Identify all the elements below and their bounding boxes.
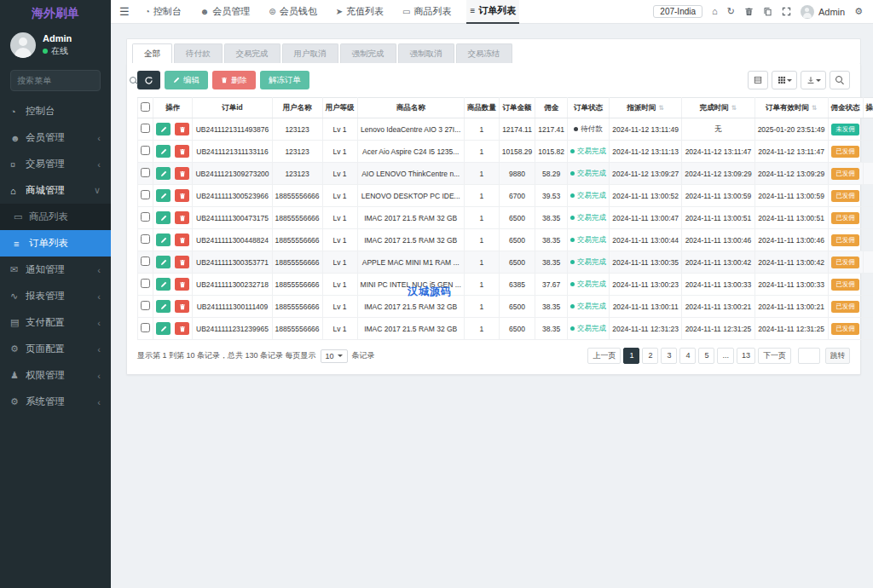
page-button[interactable]: 上一页 [587,348,621,364]
topnav-item-member-wallet[interactable]: ⊜ 会员钱包 [265,0,320,24]
row-edit-button[interactable] [156,145,171,158]
admin-menu[interactable]: Admin [801,5,845,19]
row-delete-button[interactable] [175,189,189,202]
row-delete-button[interactable] [175,256,189,268]
row-delete-button[interactable] [175,211,189,224]
trash-icon[interactable] [744,7,754,16]
card-view-button[interactable] [748,71,768,89]
select-all-checkbox[interactable] [141,102,150,112]
row-edit-button[interactable] [156,322,171,335]
page-button[interactable]: ... [717,348,734,364]
home-icon[interactable]: ⌂ [712,7,718,16]
page-jump-input[interactable] [798,348,820,364]
page-button[interactable]: 4 [679,348,696,364]
page-button[interactable]: 2 [642,348,658,364]
page-button[interactable]: 下一页 [758,348,791,364]
sidebar-item-notice-mgmt[interactable]: ✉ 通知管理 ‹ [0,257,111,283]
page-button[interactable]: 3 [661,348,677,364]
sidebar-item-report-mgmt[interactable]: ∿ 报表管理 ‹ [0,283,111,309]
delete-button[interactable]: 删除 [212,71,256,89]
row-checkbox[interactable] [141,212,150,222]
row-checkbox[interactable] [141,234,150,244]
sidebar-item-dashboard[interactable]: ◔ 控制台 [0,98,111,124]
sort-icon[interactable]: ⇅ [812,104,817,112]
row-checkbox[interactable] [141,257,150,266]
status-tab[interactable]: 强制完成 [340,43,396,63]
status-tab[interactable]: 待付款 [174,43,223,63]
sidebar-search-input[interactable] [17,76,130,85]
row-edit-button[interactable] [156,256,171,268]
row-edit-button[interactable] [156,123,171,135]
table-column-header[interactable]: 用户等级⇅ [322,98,357,118]
table-column-header[interactable]: 佣金状态⇅ [828,98,863,118]
hamburger-icon[interactable]: ☰ [119,5,130,18]
sidebar-search[interactable] [10,70,101,91]
page-button[interactable]: 5 [698,348,714,364]
sidebar-item-member-mgmt[interactable]: ☻ 会员管理 ‹ [0,124,111,151]
refresh-icon[interactable]: ↻ [727,7,735,16]
table-column-header[interactable]: 完成时间⇅ [682,98,754,118]
row-checkbox[interactable] [141,323,150,332]
table-column-header[interactable]: 订单有效时间⇅ [754,98,828,118]
status-tab[interactable]: 交易完成 [224,43,280,63]
row-delete-button[interactable] [175,145,189,158]
sidebar-item-trade-mgmt[interactable]: ¤ 交易管理 ‹ [0,151,111,177]
row-checkbox[interactable] [141,168,150,177]
sidebar-item-product-list[interactable]: ▭ 商品列表 [0,204,111,230]
row-checkbox[interactable] [141,190,150,199]
row-checkbox[interactable] [141,301,150,310]
table-column-header[interactable]: 佣金⇅ [535,98,568,118]
topnav-item-recharge-list[interactable]: ➤ 充值列表 [332,0,387,24]
copy-icon[interactable] [763,7,772,16]
sidebar-item-mall-mgmt[interactable]: ⌂ 商城管理 ∨ [0,177,111,204]
row-edit-button[interactable] [156,189,171,202]
sidebar-item-order-list[interactable]: ≡ 订单列表 [0,230,111,257]
row-checkbox[interactable] [141,124,150,133]
row-edit-button[interactable] [156,167,171,180]
sidebar-item-payment-config[interactable]: ▤ 支付配置 ‹ [0,309,111,336]
table-column-header[interactable]: 订单id⇅ [193,98,272,118]
unfreeze-order-button[interactable]: 解冻订单 [260,71,309,89]
sidebar-item-permission-mgmt[interactable]: ♟ 权限管理 ‹ [0,362,111,389]
page-size-select[interactable]: 10 [321,349,348,363]
status-tab[interactable]: 全部 [132,43,172,63]
row-delete-button[interactable] [175,322,189,335]
row-edit-button[interactable] [156,300,171,313]
sort-icon[interactable]: ⇅ [731,104,737,112]
fullscreen-icon[interactable] [782,7,791,16]
region-button[interactable]: 207-India [653,5,702,18]
row-delete-button[interactable] [175,167,189,180]
table-column-header[interactable]: 操作员⇅ [863,98,873,118]
row-edit-button[interactable] [156,211,171,224]
table-column-header[interactable]: 指派时间⇅ [610,98,682,118]
page-button[interactable]: 1 [623,348,639,364]
row-delete-button[interactable] [175,300,189,313]
row-delete-button[interactable] [175,123,189,135]
table-column-header[interactable]: 商品名称⇅ [357,98,464,118]
edit-button[interactable]: 编辑 [165,71,208,89]
sidebar-item-page-config[interactable]: ⚙ 页面配置 ‹ [0,336,111,362]
search-button[interactable] [830,71,850,89]
sort-icon[interactable]: ⇅ [659,104,664,112]
page-button[interactable]: 13 [737,348,755,364]
settings-gear-icon[interactable]: ⚙ [854,7,863,16]
topnav-item-order-list[interactable]: ≡ 订单列表 [466,0,519,24]
row-delete-button[interactable] [175,278,189,291]
table-column-header[interactable]: 用户名称⇅ [272,98,322,118]
table-column-header[interactable]: 商品数量⇅ [464,98,499,118]
row-delete-button[interactable] [175,233,189,246]
columns-button[interactable] [772,71,797,89]
table-column-header[interactable]: 操作⇅ [153,98,193,118]
status-tab[interactable]: 交易冻结 [456,43,512,63]
topnav-item-dashboard[interactable]: ◔ 控制台 [142,0,185,24]
status-tab[interactable]: 用户取消 [282,43,338,63]
row-checkbox[interactable] [141,146,150,155]
row-checkbox[interactable] [141,279,150,288]
row-edit-button[interactable] [156,233,171,246]
export-button[interactable] [801,71,826,89]
sidebar-item-system-mgmt[interactable]: ⚙ 系统管理 ‹ [0,389,111,415]
page-jump-button[interactable]: 跳转 [825,348,850,364]
topnav-item-member-mgmt[interactable]: ☻ 会员管理 [197,0,254,24]
status-tab[interactable]: 强制取消 [398,43,454,63]
row-edit-button[interactable] [156,278,171,291]
